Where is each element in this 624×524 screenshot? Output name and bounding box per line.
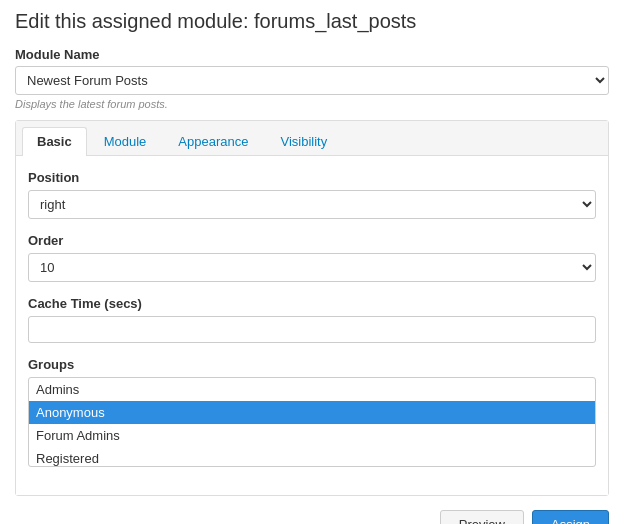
position-label: Position xyxy=(28,170,596,185)
list-item[interactable]: Forum Admins xyxy=(29,424,595,447)
assign-button[interactable]: Assign xyxy=(532,510,609,524)
groups-label: Groups xyxy=(28,357,596,372)
list-item[interactable]: Admins xyxy=(29,378,595,401)
order-select[interactable]: 10 xyxy=(28,253,596,282)
tab-bar: Basic Module Appearance Visibility xyxy=(16,121,608,156)
tab-visibility[interactable]: Visibility xyxy=(265,127,342,155)
order-label: Order xyxy=(28,233,596,248)
module-name-label: Module Name xyxy=(15,47,609,62)
main-panel: Basic Module Appearance Visibility Posit… xyxy=(15,120,609,496)
list-item[interactable]: Anonymous xyxy=(29,401,595,424)
preview-button[interactable]: Preview xyxy=(440,510,524,524)
module-name-hint: Displays the latest forum posts. xyxy=(15,98,609,110)
cache-time-field: Cache Time (secs) xyxy=(28,296,596,343)
groups-field: Groups Admins Anonymous Forum Admins Reg… xyxy=(28,357,596,467)
module-name-select[interactable]: Newest Forum Posts xyxy=(15,66,609,95)
module-name-group: Module Name Newest Forum Posts Displays … xyxy=(15,47,609,110)
tab-module[interactable]: Module xyxy=(89,127,162,155)
list-item[interactable]: Registered xyxy=(29,447,595,467)
tab-appearance[interactable]: Appearance xyxy=(163,127,263,155)
position-select[interactable]: right xyxy=(28,190,596,219)
order-field: Order 10 xyxy=(28,233,596,282)
tab-content-basic: Position right Order 10 Cache Time (secs… xyxy=(16,156,608,495)
cache-time-input[interactable] xyxy=(28,316,596,343)
footer-buttons: Preview Assign xyxy=(15,510,609,524)
cache-time-label: Cache Time (secs) xyxy=(28,296,596,311)
tab-basic[interactable]: Basic xyxy=(22,127,87,156)
position-field: Position right xyxy=(28,170,596,219)
page-title: Edit this assigned module: forums_last_p… xyxy=(15,10,609,33)
groups-list[interactable]: Admins Anonymous Forum Admins Registered xyxy=(28,377,596,467)
